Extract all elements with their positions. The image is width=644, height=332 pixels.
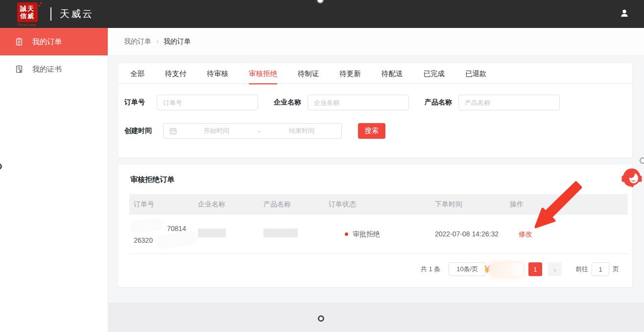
redaction-blur — [491, 263, 523, 276]
status-cell: 审批拒绝 — [324, 215, 430, 254]
order-list-icon — [15, 37, 24, 46]
sidebar-item-my-orders[interactable]: 我的订单 — [0, 28, 108, 55]
tab-pending-payment[interactable]: 待支付 — [165, 63, 187, 84]
screen-marker-bottom — [318, 315, 324, 322]
order-time: 2022-07-08 14:26:32 — [435, 228, 500, 240]
tab-pending-certificate[interactable]: 待制证 — [298, 63, 319, 84]
company-name-label: 企业名称 — [274, 98, 301, 107]
order-no-input[interactable] — [157, 95, 258, 110]
date-range-input[interactable]: 开始时间 - 结束时间 — [163, 123, 342, 139]
calendar-icon — [169, 128, 177, 135]
status-dot — [345, 232, 348, 236]
sidebar-item-my-certificates[interactable]: 我的证书 — [0, 55, 108, 83]
table-header-row: 订单号 企业名称 产品名称 订单状态 下单时间 操作 — [129, 194, 628, 215]
company-cell — [193, 215, 259, 254]
price-overlay: ¥ — [484, 263, 523, 276]
sidebar-item-label: 我的订单 — [32, 37, 62, 47]
search-button[interactable]: 搜索 — [358, 123, 385, 139]
breadcrumb-item-current: 我的订单 — [164, 37, 191, 45]
breadcrumb-separator: › — [156, 37, 159, 45]
product-name-label: 产品名称 — [425, 98, 452, 107]
col-actions: 操作 — [505, 200, 628, 209]
action-cell: 修改 — [505, 215, 628, 254]
header-divider — [50, 7, 51, 21]
table-row: 70814 26320 审批拒绝 2022-07-08 14:26:32 修改 — [129, 215, 628, 254]
col-order-no: 订单号 — [129, 200, 193, 209]
section-title: 审核拒绝订单 — [130, 175, 174, 184]
tab-pending-delivery[interactable]: 待配送 — [382, 63, 403, 84]
filter-card: 全部 待支付 待审核 审核拒绝 待制证 待更新 待配送 已完成 已退款 订单号 … — [118, 63, 633, 158]
brand-logo: 誠天 信威 iTrusChina — [17, 2, 40, 26]
page-size-select[interactable]: 10条/页 — [449, 262, 486, 276]
company-name-input[interactable] — [308, 95, 409, 110]
product-cell — [259, 215, 324, 254]
orders-card: 审核拒绝订单 订单号 企业名称 产品名称 订单状态 下单时间 操作 70814 … — [118, 164, 633, 287]
sidebar: 我的订单 我的证书 — [0, 28, 108, 332]
redaction-box — [198, 229, 226, 237]
breadcrumb: 我的订单›我的订单 — [124, 37, 191, 46]
order-no-label: 订单号 — [124, 98, 145, 107]
goto-label: 前往 — [575, 265, 588, 274]
tab-completed[interactable]: 已完成 — [424, 63, 445, 84]
edit-order-link[interactable]: 修改 — [519, 230, 532, 239]
yen-symbol: ¥ — [484, 263, 490, 275]
total-count: 共 1 条 — [421, 265, 440, 274]
col-product: 产品名称 — [259, 200, 324, 209]
status-text: 审批拒绝 — [353, 230, 380, 239]
sidebar-item-label: 我的证书 — [32, 65, 62, 74]
order-no-line1: 70814 — [134, 223, 186, 234]
logo-subtitle: iTrusChina — [17, 23, 40, 26]
order-status-tabs: 全部 待支付 待审核 审核拒绝 待制证 待更新 待配送 已完成 已退款 — [118, 63, 632, 84]
created-time-label: 创建时间 — [124, 127, 152, 135]
product-name-input[interactable] — [458, 95, 560, 110]
goto-page-input[interactable] — [592, 262, 609, 276]
next-page-button[interactable]: › — [548, 262, 562, 276]
redaction-blur — [157, 232, 196, 248]
col-order-time: 下单时间 — [430, 200, 505, 209]
app-title: 天威云 — [60, 7, 94, 21]
page-button-1[interactable]: 1 — [528, 262, 542, 276]
customer-service-icon[interactable] — [620, 165, 644, 189]
pagination: 共 1 条 10条/页 ¥ 1 › 前往 页 — [421, 262, 619, 276]
logo-text-line1: 誠天 — [20, 5, 35, 12]
col-status: 订单状态 — [324, 200, 430, 209]
tab-pending-review[interactable]: 待审核 — [207, 63, 229, 84]
order-time-cell: 2022-07-08 14:26:32 — [430, 215, 505, 254]
order-no-line2: 26320 — [134, 234, 153, 246]
tab-pending-update[interactable]: 待更新 — [340, 63, 361, 84]
order-no-cell: 70814 26320 — [129, 215, 193, 254]
app-header: 誠天 信威 iTrusChina 天威云 — [0, 0, 644, 28]
page-footer — [108, 303, 644, 332]
breadcrumb-item-first[interactable]: 我的订单 — [124, 37, 151, 45]
redaction-box — [263, 229, 298, 237]
tab-refunded[interactable]: 已退款 — [465, 63, 487, 84]
end-time-placeholder: 结束时间 — [262, 127, 341, 135]
certificate-icon — [15, 65, 24, 74]
goto-unit: 页 — [613, 265, 619, 274]
logo-text-line2: 信威 — [20, 12, 35, 20]
screen-marker-right — [640, 157, 644, 164]
col-company: 企业名称 — [193, 200, 259, 209]
start-time-placeholder: 开始时间 — [177, 127, 256, 135]
user-icon[interactable] — [619, 8, 630, 20]
tab-all[interactable]: 全部 — [130, 63, 144, 84]
brand-logo-square: 誠天 信威 — [17, 2, 38, 22]
tab-review-rejected[interactable]: 审核拒绝 — [249, 63, 277, 84]
range-separator: - — [256, 128, 262, 135]
